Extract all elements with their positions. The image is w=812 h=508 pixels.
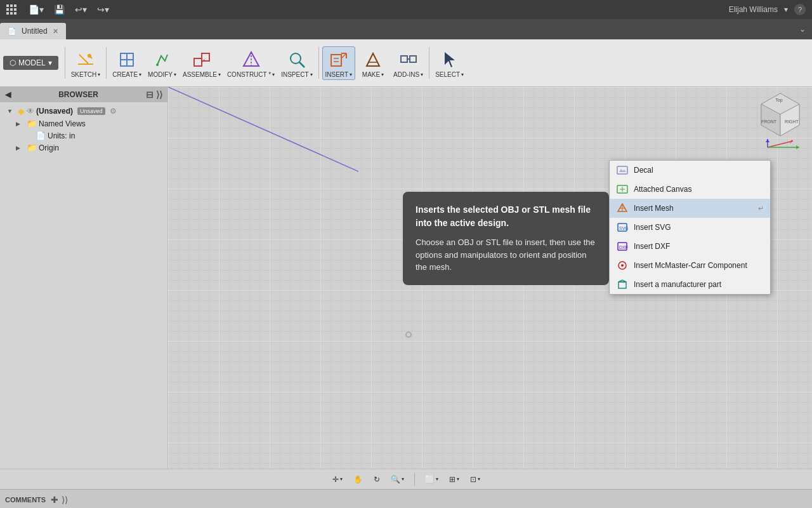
dropdown-item-mcmaster[interactable]: Insert McMaster-Carr Component: [610, 256, 770, 275]
collapse-sidebar-icon[interactable]: ◀: [5, 90, 11, 99]
svg-line-1: [79, 55, 88, 64]
make-label: MAKE▾: [362, 71, 384, 78]
addins-tool[interactable]: ADD-INS▾: [391, 47, 426, 79]
svg-point-40: [621, 264, 624, 267]
title-bar-right: Elijah Williams ▾ ?: [729, 4, 806, 15]
modify-icon: [151, 48, 174, 71]
insert-tool[interactable]: INSERT▾: [322, 46, 356, 80]
tab-expand-icon[interactable]: ⌄: [793, 25, 812, 34]
grid-btn[interactable]: ⊞▾: [445, 473, 463, 486]
dropdown-item-insert-dxf[interactable]: DXF Insert DXF: [610, 237, 770, 256]
main-layout: ◀ BROWSER ⊟ ⟩⟩ ▼ ◆ 👁 (Unsaved) Unsaved ⚙: [0, 87, 812, 469]
tree-arrow-root: ▼: [7, 108, 16, 114]
undo-icon[interactable]: ↩▾: [72, 3, 89, 16]
dropdown-item-decal[interactable]: Decal: [610, 161, 770, 180]
sketch-tool[interactable]: SKETCH▾: [69, 47, 103, 79]
mesh-icon: [616, 202, 629, 215]
origin-icon: 📁: [27, 143, 37, 152]
document-visibility-icon[interactable]: 👁: [27, 107, 34, 116]
orbit-tool-btn[interactable]: ↻: [370, 473, 384, 486]
svg-rect-9: [202, 53, 209, 61]
document-settings-icon[interactable]: ⚙: [110, 107, 117, 116]
select-label: SELECT▾: [435, 71, 464, 78]
dropdown-item-manufacturer[interactable]: Insert a manufacturer part: [610, 275, 770, 294]
insert-mesh-tooltip: Inserts the selected OBJ or STL mesh fil…: [403, 192, 609, 285]
decal-icon: [616, 164, 629, 177]
svg-icon: SVG: [616, 221, 629, 234]
title-bar-left: 📄▾ 💾 ↩▾ ↪▾: [6, 3, 112, 16]
grid-icon: ⊞: [449, 475, 455, 484]
snap-btn[interactable]: ⊡▾: [466, 473, 484, 486]
help-button[interactable]: ?: [794, 4, 806, 15]
make-tool[interactable]: MAKE▾: [357, 47, 390, 79]
svg-marker-42: [619, 280, 626, 282]
assemble-tool[interactable]: ASSEMBLE▾: [180, 47, 223, 79]
file-tab-icon: 📄: [8, 27, 16, 36]
zoom-tool-btn[interactable]: 🔍▾: [387, 473, 408, 486]
assemble-icon: [190, 48, 213, 71]
move-tool-btn[interactable]: ✛▾: [329, 473, 346, 486]
svg-point-13: [291, 53, 301, 64]
insert-icon: [327, 48, 350, 71]
assemble-label: ASSEMBLE▾: [183, 71, 221, 78]
save-icon[interactable]: 💾: [51, 3, 67, 16]
tree-item-units[interactable]: 📄 Units: in: [0, 130, 167, 142]
units-icon: 📄: [36, 131, 46, 140]
dropdown-item-attached-canvas[interactable]: Attached Canvas: [610, 180, 770, 199]
insert-dxf-label: Insert DXF: [634, 242, 764, 251]
tree-item-named-views[interactable]: ▶ 📁 Named Views: [0, 117, 167, 130]
modify-tool[interactable]: MODIFY▾: [145, 47, 179, 79]
model-label: MODEL: [18, 58, 46, 67]
svg-text:DXF: DXF: [619, 245, 628, 250]
svg-rect-15: [331, 55, 341, 66]
svg-text:SVG: SVG: [619, 226, 628, 231]
browser-options-icon[interactable]: ⊟: [146, 90, 154, 100]
comments-expand-icon[interactable]: ⟩⟩: [62, 495, 68, 505]
user-name[interactable]: Elijah Williams: [729, 5, 778, 14]
svg-point-3: [88, 54, 91, 58]
model-dropdown[interactable]: ⬡ MODEL ▾: [3, 56, 58, 70]
origin-label: Origin: [39, 144, 59, 152]
pan-tool-btn[interactable]: ✋: [350, 473, 367, 486]
center-dot: [405, 331, 412, 338]
canvas-area[interactable]: Inserts the selected OBJ or STL mesh fil…: [168, 87, 812, 469]
apps-icon[interactable]: [6, 4, 16, 15]
create-tool[interactable]: CREATE▾: [110, 47, 144, 79]
browser-content: ▼ ◆ 👁 (Unsaved) Unsaved ⚙ ▶ 📁 Named View…: [0, 102, 167, 469]
sketch-label: SKETCH▾: [71, 71, 101, 78]
svg-marker-55: [766, 139, 769, 142]
display-settings-btn[interactable]: ⬜▾: [421, 473, 442, 486]
orbit-icon: ↻: [374, 475, 380, 484]
select-tool[interactable]: SELECT▾: [433, 47, 466, 79]
model-arrow-icon: ▾: [48, 58, 52, 67]
svg-text:Top: Top: [775, 98, 782, 103]
document-name: (Unsaved): [36, 107, 73, 116]
dropdown-item-insert-mesh[interactable]: Insert Mesh ↵: [610, 199, 770, 218]
addins-label: ADD-INS▾: [393, 71, 423, 78]
mcmaster-label: Insert McMaster-Carr Component: [634, 261, 764, 270]
file-icon[interactable]: 📄▾: [26, 3, 46, 16]
add-comment-icon[interactable]: ✚: [51, 495, 58, 505]
comments-label: COMMENTS: [5, 496, 46, 504]
tree-item-origin[interactable]: ▶ 📁 Origin: [0, 142, 167, 154]
browser-expand-icon[interactable]: ⟩⟩: [156, 90, 162, 100]
inspect-tool[interactable]: INSPECT▾: [278, 47, 315, 79]
viewcube[interactable]: Top FRONT RIGHT: [755, 90, 806, 141]
active-tab[interactable]: 📄 Untitled ✕: [0, 23, 66, 39]
browser-title: BROWSER: [58, 90, 98, 99]
insert-dropdown-menu: Decal Attached Canvas Insert Mesh ↵ SVG: [609, 160, 771, 295]
svg-marker-24: [445, 52, 455, 67]
user-dropdown-icon[interactable]: ▾: [784, 5, 788, 14]
move-icon: ✛: [332, 475, 339, 484]
tree-arrow-origin: ▶: [16, 145, 25, 151]
tab-close-icon[interactable]: ✕: [53, 27, 58, 36]
construct-tool[interactable]: CONSTRUCT *▾: [225, 47, 277, 79]
dropdown-item-insert-svg[interactable]: SVG Insert SVG: [610, 218, 770, 237]
construct-icon: [240, 48, 263, 71]
tree-item-root[interactable]: ▼ ◆ 👁 (Unsaved) Unsaved ⚙: [0, 105, 167, 117]
title-bar: 📄▾ 💾 ↩▾ ↪▾ Elijah Williams ▾ ?: [0, 0, 812, 19]
redo-icon[interactable]: ↪▾: [95, 3, 112, 16]
create-label: CREATE▾: [112, 71, 141, 78]
toolbar-divider-2: [106, 47, 107, 79]
pan-icon: ✋: [353, 475, 363, 484]
